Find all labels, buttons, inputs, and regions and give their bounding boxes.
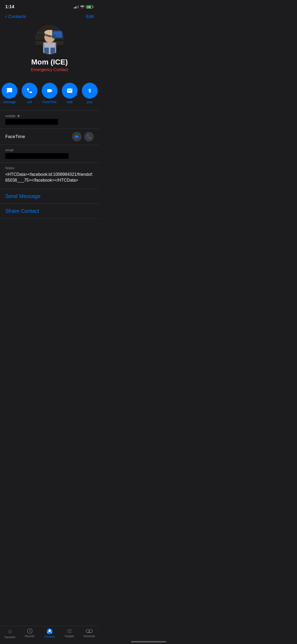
- back-button[interactable]: ‹ Contacts: [5, 14, 26, 19]
- phone-number-redacted: [5, 119, 58, 125]
- message-icon: [6, 88, 13, 94]
- facetime-phone-icon: [87, 134, 91, 139]
- back-label: Contacts: [8, 14, 26, 19]
- facetime-action-button[interactable]: FaceTime: [42, 83, 58, 104]
- mail-label: mail: [67, 100, 72, 104]
- facetime-video-button[interactable]: [72, 132, 82, 141]
- edit-button[interactable]: Edit: [86, 14, 94, 19]
- svg-rect-7: [44, 48, 49, 54]
- contact-subtitle: Emergency Contact: [31, 67, 68, 72]
- facetime-video-icon: [74, 134, 79, 139]
- facetime-action-buttons: [72, 132, 94, 141]
- message-label: message: [3, 100, 16, 104]
- notes-value: <HTCData><facebook:id:1008984321/friendo…: [5, 172, 94, 183]
- message-action-button[interactable]: message: [2, 83, 17, 104]
- pay-action-button[interactable]: $ pay: [82, 83, 98, 104]
- send-message-button[interactable]: Send Message: [0, 189, 99, 204]
- phone-icon: [26, 88, 33, 94]
- svg-rect-8: [50, 48, 55, 54]
- avatar: [35, 25, 64, 54]
- call-label: call: [27, 100, 32, 104]
- share-contact-label: Share Contact: [5, 208, 39, 214]
- facetime-section: FaceTime: [0, 129, 99, 145]
- email-value-redacted: [5, 153, 69, 159]
- contact-name: Mom (ICE): [31, 58, 68, 66]
- svg-rect-10: [53, 31, 62, 38]
- status-bar: 1:14 ⚡: [0, 0, 99, 12]
- navigation-bar: ‹ Contacts Edit: [0, 12, 99, 22]
- video-icon: [46, 88, 53, 94]
- profile-section: Mom (ICE) Emergency Contact: [0, 22, 99, 77]
- mail-icon: [67, 88, 73, 94]
- facetime-audio-button[interactable]: [84, 132, 94, 141]
- mobile-phone-section: mobile ★: [0, 111, 99, 129]
- signal-icon: [74, 5, 79, 8]
- action-buttons-row: message call FaceTime: [0, 77, 99, 110]
- svg-text:$: $: [88, 88, 91, 93]
- pay-icon: $: [87, 88, 93, 94]
- mail-action-button[interactable]: mail: [62, 83, 78, 104]
- pay-label: pay: [87, 100, 92, 104]
- call-action-button[interactable]: call: [22, 83, 37, 104]
- status-icons: ⚡: [74, 5, 94, 9]
- notes-section: Notes <HTCData><facebook:id:1008984321/f…: [0, 163, 99, 189]
- facetime-field-label: FaceTime: [5, 134, 25, 139]
- wifi-icon: [80, 5, 84, 9]
- share-contact-button[interactable]: Share Contact: [0, 204, 99, 219]
- chevron-left-icon: ‹: [5, 13, 7, 19]
- mobile-label: mobile: [5, 114, 15, 118]
- send-message-label: Send Message: [5, 193, 40, 199]
- notes-label: Notes: [5, 166, 94, 170]
- status-time: 1:14: [5, 4, 14, 10]
- facetime-action-label: FaceTime: [43, 100, 56, 104]
- email-label: email: [5, 148, 94, 152]
- star-icon: ★: [17, 114, 20, 118]
- battery-icon: ⚡: [86, 5, 94, 8]
- email-section: email: [0, 145, 99, 163]
